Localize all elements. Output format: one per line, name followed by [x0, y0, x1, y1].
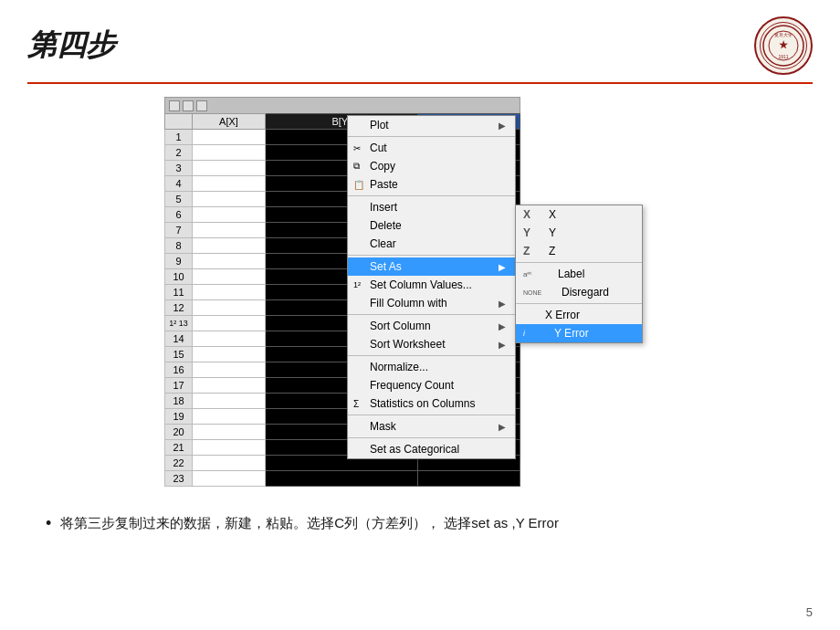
ctx-sep-6	[348, 415, 515, 415]
ctx-delete[interactable]: Delete	[348, 216, 515, 235]
submenu-xerror-label: X Error	[545, 309, 580, 321]
svg-text:★: ★	[779, 39, 789, 50]
ctx-copy[interactable]: ⧉ Copy	[348, 157, 515, 175]
toolbar-btn-2[interactable]	[183, 100, 194, 111]
submenu-label-icon: aᵃᶜ	[523, 270, 532, 278]
cell-a[interactable]	[193, 223, 266, 238]
cell-a[interactable]	[193, 254, 266, 269]
ctx-sep-4	[348, 314, 515, 315]
cell-a[interactable]	[193, 394, 266, 409]
page-number: 5	[806, 605, 813, 619]
svg-text:复旦大学: 复旦大学	[774, 32, 793, 37]
ctx-fillcol-arrow: ▶	[499, 299, 506, 309]
row-number: 21	[165, 440, 193, 456]
ctx-sortws[interactable]: Sort Worksheet ▶	[348, 335, 515, 353]
cell-a[interactable]	[193, 238, 266, 254]
cell-a[interactable]	[193, 409, 266, 425]
submenu-disregard[interactable]: NONE Disregard	[516, 283, 642, 301]
ctx-freqcount-label: Frequency Count	[370, 379, 454, 392]
cell-a[interactable]	[193, 425, 266, 440]
cell-a[interactable]	[193, 316, 266, 331]
cell-a[interactable]	[193, 300, 266, 316]
ctx-copy-label: Copy	[370, 160, 395, 173]
paste-icon: 📋	[353, 180, 364, 190]
ctx-paste[interactable]: 📋 Paste	[348, 175, 515, 194]
ctx-setcolval[interactable]: 1² Set Column Values...	[348, 276, 515, 294]
ctx-plot[interactable]: Plot ▶	[348, 116, 515, 134]
ctx-cut[interactable]: ✂ Cut	[348, 139, 515, 157]
col-header-empty	[165, 114, 193, 130]
row-number: 6	[165, 207, 193, 223]
ctx-plot-arrow: ▶	[499, 121, 506, 131]
row-number: 17	[165, 378, 193, 394]
row-number: 15	[165, 347, 193, 362]
ctx-clear[interactable]: Clear	[348, 235, 515, 253]
submenu-y-letter: Y	[523, 226, 530, 239]
cell-a[interactable]	[193, 331, 266, 347]
ctx-normalize[interactable]: Normalize...	[348, 358, 515, 376]
cell-a[interactable]	[193, 347, 266, 362]
col-header-a[interactable]: A[X]	[193, 114, 266, 130]
ctx-cut-label: Cut	[370, 142, 387, 154]
ctx-sortcol[interactable]: Sort Column ▶	[348, 317, 515, 335]
toolbar-btn-1[interactable]	[169, 100, 180, 111]
cell-a[interactable]	[193, 362, 266, 378]
row-number: 1² 13	[165, 316, 193, 331]
ctx-setas[interactable]: Set As ▶	[348, 257, 515, 276]
submenu-yerror[interactable]: i Y Error	[516, 324, 642, 342]
ctx-sep-1	[348, 136, 515, 137]
cell-a[interactable]	[193, 176, 266, 192]
cell-b[interactable]	[266, 471, 418, 487]
ctx-sep-3	[348, 255, 515, 256]
ctx-sep-5	[348, 355, 515, 356]
submenu-setas: X X Y Y Z Z aᵃᶜ Label NONE Disregard	[515, 205, 643, 343]
submenu-z[interactable]: Z Z	[516, 242, 642, 260]
submenu-y[interactable]: Y Y	[516, 224, 642, 242]
submenu-yerror-icon: i	[523, 329, 525, 338]
ctx-paste-label: Paste	[370, 178, 398, 191]
row-number: 10	[165, 269, 193, 285]
row-number: 7	[165, 223, 193, 238]
ctx-statistics[interactable]: Σ Statistics on Columns	[348, 394, 515, 413]
row-number: 14	[165, 331, 193, 347]
bullet-text-1: 将第三步复制过来的数据，新建，粘贴。选择C列（方差列）， 选择set as ,Y…	[60, 512, 559, 534]
cell-a[interactable]	[193, 161, 266, 176]
cell-a[interactable]	[193, 192, 266, 207]
cell-a[interactable]	[193, 440, 266, 456]
submenu-sep-2	[516, 303, 642, 304]
ctx-insert[interactable]: Insert	[348, 198, 515, 216]
setcolval-icon: 1²	[353, 280, 361, 289]
ctx-delete-label: Delete	[370, 219, 402, 232]
ctx-sortws-label: Sort Worksheet	[370, 338, 445, 351]
ctx-sep-2	[348, 195, 515, 196]
cell-a[interactable]	[193, 285, 266, 300]
ctx-setcategorical[interactable]: Set as Categorical	[348, 440, 515, 458]
row-number: 23	[165, 471, 193, 487]
ctx-fillcol[interactable]: Fill Column with ▶	[348, 294, 515, 312]
header-divider	[27, 82, 813, 84]
ctx-setcategorical-label: Set as Categorical	[370, 443, 459, 456]
submenu-label[interactable]: aᵃᶜ Label	[516, 265, 642, 283]
svg-text:1911: 1911	[778, 54, 788, 59]
ctx-sortws-arrow: ▶	[499, 340, 506, 350]
cell-c[interactable]	[417, 471, 520, 487]
spreadsheet-area: A[X] B[Y] C[%] 10.045330.020.032750.030.…	[164, 97, 676, 487]
row-number: 12	[165, 300, 193, 316]
cell-a[interactable]	[193, 456, 266, 471]
cell-a[interactable]	[193, 378, 266, 394]
submenu-z-letter: Z	[523, 245, 530, 257]
toolbar-btn-3[interactable]	[196, 100, 207, 111]
cell-a[interactable]	[193, 130, 266, 145]
cell-a[interactable]	[193, 207, 266, 223]
ctx-mask[interactable]: Mask ▶	[348, 417, 515, 436]
context-menu: Plot ▶ ✂ Cut ⧉ Copy 📋 Paste Insert Delet…	[347, 115, 516, 459]
cell-a[interactable]	[193, 145, 266, 161]
submenu-sep-1	[516, 262, 642, 263]
submenu-x[interactable]: X X	[516, 205, 642, 224]
logo: ★ 1911 复旦大学	[754, 16, 813, 75]
cell-a[interactable]	[193, 269, 266, 285]
ctx-freqcount[interactable]: Frequency Count	[348, 376, 515, 394]
cell-a[interactable]	[193, 471, 266, 487]
submenu-x-letter: X	[523, 208, 530, 221]
submenu-xerror[interactable]: X Error	[516, 306, 642, 324]
